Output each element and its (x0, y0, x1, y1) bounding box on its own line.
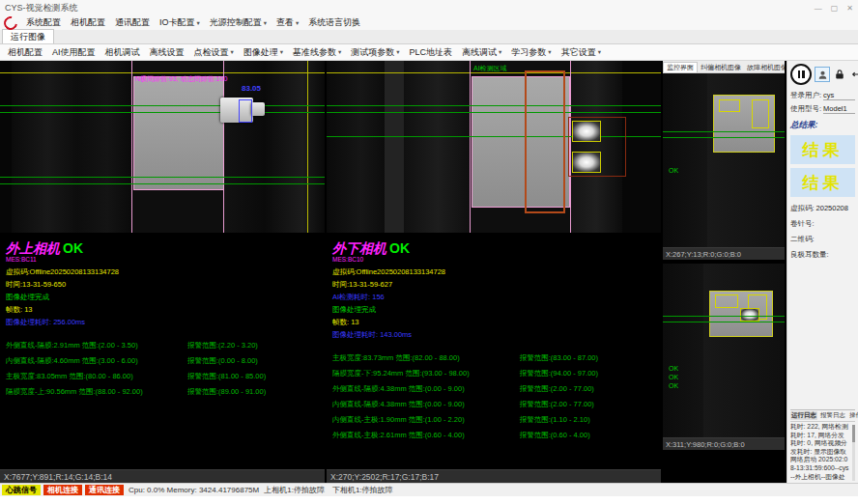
result-indicator-1: 结果 (790, 135, 855, 164)
measurement-row: 主极宽度:83.05mm 范围:(80.00 - 86.00)报警范围:(81.… (6, 369, 319, 384)
measurement-value: 内侧直线-隔膜:4.38mm 范围:(0.00 - 9.00) (332, 397, 520, 412)
toolbar-item-0[interactable]: 相机配置 (3, 46, 47, 59)
logout-button[interactable] (849, 68, 858, 81)
log-tab-1[interactable]: 报警日志 (819, 411, 846, 420)
menu-item-label: 系统配置 (26, 16, 61, 29)
menu-item-4[interactable]: 光源控制配置▾ (205, 16, 272, 29)
toolbar-item-11[interactable]: 其它设置▾ (557, 46, 606, 59)
measurement-alarm-range: 报警范围:(81.00 - 85.00) (187, 369, 319, 384)
aux-status-text: OK (669, 166, 678, 175)
aux-ok-line: OK (669, 166, 678, 175)
close-button[interactable]: ✕ (846, 4, 853, 13)
camera-viewport-lower[interactable]: AI检测区域 (327, 61, 661, 233)
ai-roi-box-orange (525, 70, 565, 213)
toolbar-item-label: 测试项参数 (351, 46, 394, 59)
window-title: CYS-视觉检测系统 (5, 2, 78, 14)
toolbar-item-label: 相机配置 (8, 46, 43, 59)
minimize-button[interactable]: — (815, 4, 822, 13)
lock-button[interactable] (833, 68, 846, 81)
tab-run-image[interactable]: 运行图像 (2, 29, 54, 43)
total-result-label: 总结果: (790, 120, 855, 131)
toolbar-items: 相机配置AI使用配置相机调试离线设置点检设置▾图像处理▾基准线参数▾测试项参数▾… (3, 46, 606, 59)
log-tab-0[interactable]: 运行日志 (790, 411, 817, 420)
measurement-value: 隔膜宽度-上:90.56mm 范围:(88.00 - 92.00) (6, 384, 187, 400)
model-field[interactable]: Model1 (823, 104, 855, 114)
tab-connector-tip (251, 102, 265, 116)
camera-mes-code: MES:BC10 (332, 256, 655, 263)
measurement-row: 内侧直线-隔膜:4.60mm 范围:(3.00 - 6.00)报警范围:(0.0… (6, 353, 319, 369)
camera-info-line: 时间:13-31-59-650 (6, 278, 319, 291)
toolbar-item-6[interactable]: 基准线参数▾ (288, 46, 346, 59)
aux-ok-line: OK (669, 381, 678, 390)
measurement-row: 隔膜宽度-上:90.56mm 范围:(88.00 - 92.00)报警范围:(8… (6, 384, 319, 400)
menu-item-1[interactable]: 相机配置 (66, 16, 110, 29)
measure-line-green (327, 105, 661, 106)
measurement-row: 外侧直线-隔膜:4.38mm 范围:(0.00 - 9.00)报警范围:(2.0… (332, 381, 655, 397)
info-field-value: 20250208 (816, 204, 848, 212)
chevron-down-icon: ▾ (338, 48, 341, 56)
width-overlay-value: 83.05 (242, 84, 261, 93)
toolbar-item-4[interactable]: 点检设置▾ (189, 46, 239, 59)
aux-view-tab-1[interactable]: 纠偏相机图像 (698, 63, 744, 72)
aux-view-tab-0[interactable]: 监控界面 (663, 62, 698, 72)
camera-info-line: 图像处理耗时: 256.00ms (6, 316, 319, 328)
toolbar-item-2[interactable]: 相机调试 (100, 46, 145, 59)
menu-item-3[interactable]: IO卡配置▾ (155, 16, 205, 29)
log-tab-2[interactable]: 操作日志 (848, 411, 858, 420)
toolbar-item-1[interactable]: AI使用配置 (47, 46, 100, 59)
roi-box-yellow (752, 99, 769, 128)
info-field-label: 二维码: (790, 235, 815, 243)
menu-item-2[interactable]: 通讯配置 (110, 16, 155, 29)
measurement-value: 隔膜宽度-下:95.24mm 范围:(93.00 - 98.00) (332, 366, 520, 381)
menu-item-label: 系统语言切换 (308, 16, 360, 29)
pixel-coordinate-readout: X:270;Y:2502;R:17;G:17;B:17 (327, 469, 661, 483)
measure-line-green (663, 131, 785, 132)
aux-status-text: OKOKOK (669, 364, 678, 390)
toolbar-item-8[interactable]: PLC地址表 (405, 46, 458, 59)
pause-button[interactable] (790, 64, 812, 85)
login-user-field[interactable]: cys (823, 91, 855, 100)
measurement-alarm-range: 报警范围:(0.60 - 4.00) (520, 428, 655, 443)
camera-name: 外上相机 (6, 240, 60, 256)
toolbar-item-3[interactable]: 离线设置 (145, 46, 189, 59)
measurement-list: 主极宽度:83.73mm 范围:(82.00 - 88.00)报警范围:(83.… (332, 350, 655, 443)
measurement-value: 内侧直线-隔膜:4.60mm 范围:(3.00 - 6.00) (6, 353, 187, 369)
camera-name: 外下相机 (332, 240, 386, 256)
toolbar-item-5[interactable]: 图像处理▾ (239, 46, 288, 59)
menu-item-0[interactable]: 系统配置 (21, 16, 66, 29)
pixel-coordinate-readout: X:311;Y:980;R:0;G:0;B:0 (663, 437, 785, 450)
machine-shadow (0, 61, 12, 233)
camera-result-header: 外下相机OK (332, 240, 655, 256)
camera-status-ok: OK (389, 240, 410, 256)
info-field-2: 二维码: (790, 235, 855, 243)
measure-line-green (0, 183, 325, 184)
measure-line-green (0, 177, 325, 178)
aux-camera-viewport-2[interactable]: OKOKOK (663, 264, 785, 437)
menu-item-label: 相机配置 (71, 16, 105, 29)
measurement-value: 内侧直线-主极:1.90mm 范围:(1.00 - 2.20) (332, 412, 520, 428)
log-scrollbar[interactable] (852, 425, 855, 481)
aux-camera-viewport-1[interactable]: OK (663, 73, 785, 247)
measure-line-green (663, 316, 785, 317)
machine-rail (385, 61, 404, 233)
user-login-button[interactable] (815, 67, 830, 82)
menu-item-5[interactable]: 查看▾ (272, 16, 303, 29)
app-window: CYS-视觉检测系统 — ▢ ✕ 系统配置相机配置通讯配置IO卡配置▾光源控制配… (0, 0, 858, 504)
camera-view-lower-outer: AI检测区域 外下相机OKMES:BC10虚拟码:Offline20250208… (327, 61, 661, 483)
roi-box-yellow (719, 99, 740, 112)
login-user-label: 登录用户: (790, 91, 821, 100)
aux-view-tab-2[interactable]: 故障相机图像 (744, 63, 785, 72)
camera-viewport-upper[interactable]: N极间隙值:93, 动态间隙值:100 83.05 (0, 61, 325, 233)
menu-item-6[interactable]: 系统语言切换 (303, 16, 365, 29)
result-indicator-2: 结果 (790, 168, 855, 197)
menu-item-label: IO卡配置 (159, 16, 195, 29)
toolbar-item-9[interactable]: 离线调试▾ (457, 46, 506, 59)
camera-status-messages: 上相机1:停拍故障下相机1:停拍故障 (264, 485, 392, 495)
machine-body (663, 73, 707, 247)
log-tabs: 运行日志报警日志操作日志 (790, 411, 855, 422)
toolbar-item-10[interactable]: 学习参数▾ (506, 46, 556, 59)
camera-result-header: 外上相机OK (6, 240, 319, 256)
maximize-button[interactable]: ▢ (831, 4, 839, 13)
toolbar-item-7[interactable]: 测试项参数▾ (346, 46, 404, 59)
status-bar: 心跳信号相机连接通讯连接 Cpu: 0.0% Memory: 3424.4179… (0, 483, 858, 496)
